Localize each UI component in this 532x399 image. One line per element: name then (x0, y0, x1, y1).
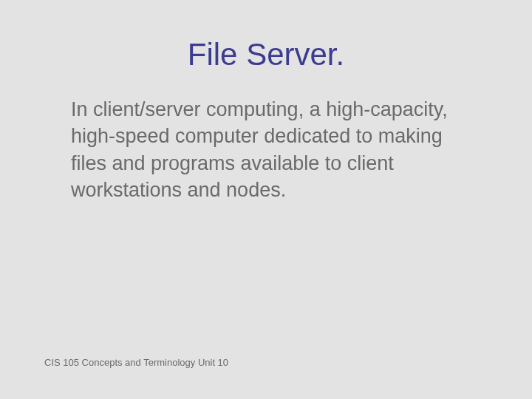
slide-container: File Server. In client/server computing,… (0, 0, 532, 399)
slide-body: In client/server computing, a high-capac… (44, 96, 488, 204)
slide-footer: CIS 105 Concepts and Terminology Unit 10 (44, 357, 228, 368)
slide-title: File Server. (44, 37, 488, 72)
